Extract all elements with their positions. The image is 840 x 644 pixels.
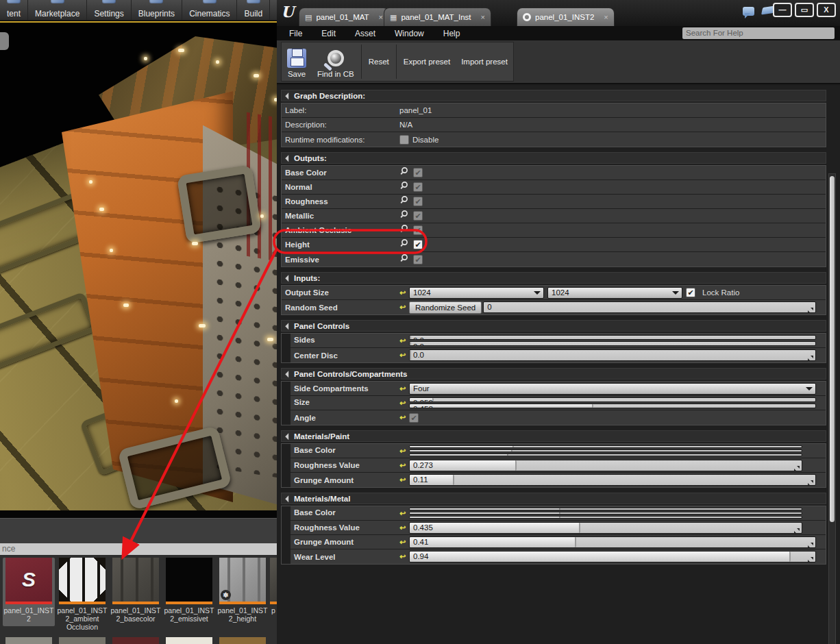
reset-to-default-icon[interactable]: ↩ <box>399 509 409 518</box>
asset-tile-partial[interactable]: p <box>270 558 277 615</box>
reset-to-default-icon[interactable]: ↩ <box>399 475 409 484</box>
section-header-compartments[interactable]: Panel Controls/Compartments <box>281 368 826 380</box>
magnifier-icon[interactable] <box>399 195 410 208</box>
size-x-slider[interactable]: 0.059 <box>409 397 816 402</box>
reset-to-default-icon[interactable]: ↩ <box>399 384 409 393</box>
magnifier-icon[interactable] <box>399 224 410 236</box>
toolbar-item-build[interactable]: Build <box>237 0 270 20</box>
search-input[interactable]: Search For Help <box>682 27 835 39</box>
toolbar-item-marketplace[interactable]: Marketplace <box>28 0 87 20</box>
output-enabled-checkbox[interactable]: ✔ <box>413 182 423 192</box>
asset-tile-height[interactable]: ✽ panel_01_INST 2_height <box>217 558 269 623</box>
toolbar-item-content[interactable]: tent <box>0 0 28 20</box>
content-browser-path-bar[interactable]: nce <box>0 543 277 555</box>
paint-basecolor-r-slider[interactable]: 0.265 <box>409 445 802 448</box>
feedback-bubble-icon[interactable] <box>743 7 754 16</box>
size-y-slider[interactable]: 0.453 <box>409 404 816 408</box>
menu-asset[interactable]: Asset <box>355 29 375 38</box>
randomize-seed-button[interactable]: Randomize Seed <box>409 301 482 314</box>
angle-checkbox[interactable]: ✔ <box>409 413 419 423</box>
center-disc-slider[interactable]: 0.0 <box>409 349 816 361</box>
metal-basecolor-r-slider[interactable]: 0.384 <box>409 508 802 510</box>
menu-window[interactable]: Window <box>395 29 424 38</box>
close-icon[interactable]: × <box>379 13 383 21</box>
reset-to-default-icon[interactable]: ↩ <box>399 461 409 470</box>
paint-basecolor-g-slider[interactable]: 0.263 <box>409 449 802 452</box>
disable-checkbox[interactable] <box>399 135 409 145</box>
metal-roughness-slider[interactable]: 0.435 <box>409 522 802 534</box>
import-preset-button[interactable]: Import preset <box>456 42 513 81</box>
reset-to-default-icon[interactable]: ↩ <box>399 288 409 297</box>
menu-file[interactable]: File <box>289 29 302 38</box>
output-size-y-dropdown[interactable]: 1024 <box>547 287 682 299</box>
side-compartments-dropdown[interactable]: Four <box>409 383 816 395</box>
toolbar-item-blueprints[interactable]: Blueprints <box>132 0 182 20</box>
tab-panel-01-mat-inst[interactable]: ▦ panel_01_MAT_Inst × <box>384 8 491 26</box>
viewport-side-tab[interactable] <box>0 32 9 50</box>
save-button[interactable]: Save <box>282 42 312 81</box>
reset-to-default-icon[interactable]: ↩ <box>399 552 409 561</box>
reset-to-default-icon[interactable]: ↩ <box>399 523 409 532</box>
output-size-x-dropdown[interactable]: 1024 <box>409 287 544 299</box>
reset-button[interactable]: Reset <box>363 42 395 81</box>
tab-panel-01-inst2[interactable]: panel_01_INST2 × <box>517 8 615 26</box>
minimize-button[interactable]: — <box>773 3 792 17</box>
magnifier-icon[interactable] <box>399 253 410 266</box>
close-icon[interactable]: × <box>604 13 608 21</box>
toolbar-item-settings[interactable]: Settings <box>87 0 131 20</box>
magnifier-icon[interactable] <box>399 181 410 193</box>
metal-wear-slider[interactable]: 0.94 <box>409 551 816 562</box>
magnifier-icon[interactable] <box>399 238 410 251</box>
section-header-outputs[interactable]: Outputs: <box>281 152 826 164</box>
close-button[interactable]: X <box>817 3 836 17</box>
seed-value-field[interactable]: 0 <box>483 301 816 313</box>
paint-basecolor-b-slider[interactable]: 0.251 <box>409 454 802 456</box>
reset-to-default-icon[interactable]: ↩ <box>399 399 409 408</box>
toolbar-label: tent <box>7 9 21 18</box>
close-icon[interactable]: × <box>480 13 484 21</box>
tab-panel-01-mat[interactable]: ▤ panel_01_MAT × <box>299 8 389 26</box>
asset-tile-ambient-occlusion[interactable]: panel_01_INST 2_ambient Occlusion <box>56 558 108 631</box>
scrollbar-thumb[interactable] <box>830 176 835 522</box>
window-titlebar[interactable]: U ▤ panel_01_MAT × ▦ panel_01_MAT_Inst ×… <box>277 0 840 26</box>
toolbar-item-cinematics[interactable]: Cinematics <box>182 0 237 20</box>
reset-to-default-icon[interactable]: ↩ <box>399 351 409 360</box>
export-preset-button[interactable]: Export preset <box>398 42 456 81</box>
menu-help[interactable]: Help <box>443 29 460 38</box>
section-header-materials-paint[interactable]: Materials/Paint <box>281 430 826 442</box>
maximize-button[interactable]: ▭ <box>795 3 814 17</box>
output-enabled-checkbox[interactable]: ✔ <box>413 211 423 221</box>
sides-y-slider[interactable]: 0.0 <box>409 341 816 346</box>
output-enabled-checkbox[interactable]: ✔ <box>413 255 423 264</box>
asset-tile-instance[interactable]: S panel_01_INST 2 <box>3 558 55 626</box>
3d-viewport[interactable] <box>0 23 277 510</box>
find-in-cb-button[interactable]: Find in CB <box>312 42 360 81</box>
metal-basecolor-b-slider[interactable]: 0.384 <box>409 516 802 519</box>
emissive-glow <box>175 399 178 403</box>
section-header-materials-metal[interactable]: Materials/Metal <box>281 493 826 504</box>
asset-tile-basecolor[interactable]: panel_01_INST 2_basecolor <box>110 558 162 623</box>
section-header-inputs[interactable]: Inputs: <box>281 272 826 284</box>
height-output-checkbox[interactable]: ✔ <box>413 240 423 249</box>
reset-to-default-icon[interactable]: ↩ <box>399 413 409 422</box>
reset-to-default-icon[interactable]: ↩ <box>399 336 409 345</box>
asset-tile-emissive[interactable]: panel_01_INST 2_emissivet <box>163 558 215 623</box>
reset-to-default-icon[interactable]: ↩ <box>399 447 409 456</box>
metal-basecolor-g-slider[interactable]: 0.384 <box>409 512 802 515</box>
lock-ratio-checkbox[interactable]: ✔ <box>686 288 695 297</box>
reset-to-default-icon[interactable]: ↩ <box>399 303 409 312</box>
details-scrollbar[interactable] <box>828 173 836 644</box>
paint-roughness-slider[interactable]: 0.273 <box>409 460 802 471</box>
output-enabled-checkbox[interactable]: ✔ <box>413 225 423 235</box>
reset-to-default-icon[interactable]: ↩ <box>399 538 409 547</box>
menu-edit[interactable]: Edit <box>321 29 336 38</box>
sides-x-slider[interactable]: 0.0 <box>409 335 816 340</box>
magnifier-icon[interactable] <box>399 210 410 222</box>
output-enabled-checkbox[interactable]: ✔ <box>413 197 423 206</box>
paint-grunge-slider[interactable]: 0.11 <box>409 474 816 486</box>
section-header-graph-description[interactable]: Graph Description: <box>281 90 826 101</box>
output-enabled-checkbox[interactable]: ✔ <box>413 168 423 177</box>
section-header-panel-controls[interactable]: Panel Controls <box>281 320 826 332</box>
metal-grunge-slider[interactable]: 0.41 <box>409 536 816 548</box>
magnifier-icon[interactable] <box>399 166 410 179</box>
